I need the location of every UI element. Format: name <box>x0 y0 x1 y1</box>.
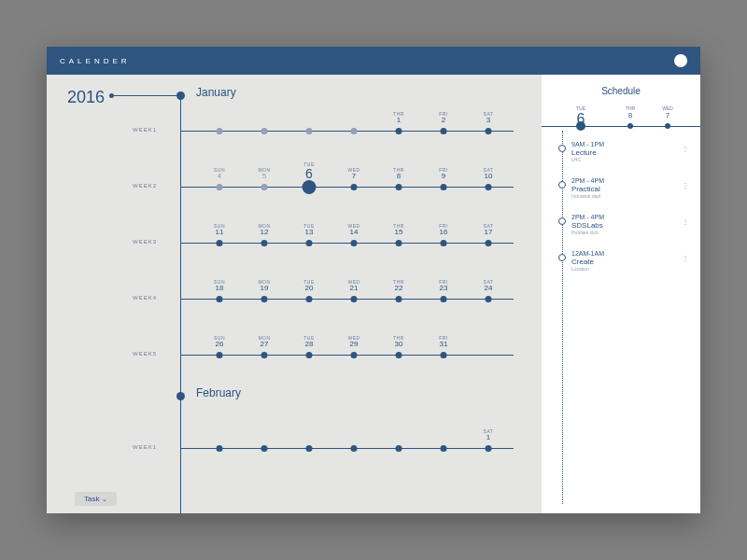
day-dot[interactable] <box>351 296 358 302</box>
day-dot[interactable] <box>486 240 492 246</box>
day-dot[interactable] <box>217 296 223 302</box>
day-cell[interactable]: TUE13 <box>303 223 315 237</box>
day-cell[interactable]: WED14 <box>347 223 359 237</box>
day-dot[interactable] <box>261 352 268 358</box>
avatar[interactable] <box>674 54 687 67</box>
day-cell[interactable]: THR8 <box>393 167 404 181</box>
day-dot[interactable] <box>441 128 447 134</box>
day-dot[interactable] <box>217 445 223 452</box>
day-dot[interactable] <box>217 184 223 190</box>
day-dot[interactable] <box>396 445 402 452</box>
week-line <box>180 243 514 244</box>
day-dot[interactable] <box>441 445 447 452</box>
day-dot[interactable] <box>261 128 268 134</box>
month-label[interactable]: February <box>196 386 241 399</box>
year-connector <box>112 95 180 96</box>
schedule-time: 2PM - 4PM <box>571 177 691 184</box>
day-cell[interactable]: SUN26 <box>214 335 225 349</box>
day-cell[interactable]: WED21 <box>347 279 359 293</box>
day-cell[interactable]: MON12 <box>258 223 270 237</box>
day-dot[interactable] <box>351 184 358 190</box>
day-dot[interactable] <box>303 180 317 194</box>
day-dot[interactable] <box>306 445 313 452</box>
day-cell[interactable]: THR30 <box>393 335 404 349</box>
day-cell[interactable]: THR22 <box>393 279 404 293</box>
day-cell[interactable]: SAT17 <box>484 223 494 237</box>
day-cell[interactable]: MON27 <box>258 335 270 349</box>
day-cell[interactable]: SAT3 <box>484 111 494 125</box>
schedule-location: Location <box>571 266 691 272</box>
day-dot[interactable] <box>306 240 313 246</box>
day-cell[interactable]: MON5 <box>258 167 270 181</box>
day-dot[interactable] <box>441 184 447 190</box>
day-dot[interactable] <box>441 352 447 358</box>
day-dot[interactable] <box>396 184 402 190</box>
day-dot[interactable] <box>351 445 358 452</box>
day-dot[interactable] <box>306 128 313 134</box>
day-dot[interactable] <box>261 184 268 190</box>
day-dot[interactable] <box>396 352 402 358</box>
day-dot[interactable] <box>486 128 492 134</box>
week-line <box>180 299 514 300</box>
schedule-event-title: Practical <box>571 185 691 193</box>
day-dot[interactable] <box>396 240 402 246</box>
day-cell[interactable]: SAT24 <box>484 279 494 293</box>
day-dot[interactable] <box>217 240 223 246</box>
schedule-item[interactable]: 2PM - 4PMPracticalIndustrial dept⋮ <box>542 170 700 206</box>
more-icon[interactable]: ⋮ <box>682 181 689 189</box>
day-cell[interactable]: SAT10 <box>484 167 494 181</box>
day-dot[interactable] <box>486 445 492 452</box>
schedule-day[interactable]: THR8 <box>626 105 635 119</box>
day-cell[interactable]: TUE28 <box>303 335 315 349</box>
schedule-panel: Schedule TUE6THR8WED7 9AM - 1PMLectureLH… <box>542 75 700 513</box>
day-dot[interactable] <box>261 240 268 246</box>
day-cell[interactable]: FRI16 <box>439 223 448 237</box>
day-cell[interactable]: SUN11 <box>214 223 225 237</box>
more-icon[interactable]: ⋮ <box>682 145 689 153</box>
day-dot[interactable] <box>351 240 358 246</box>
day-dot[interactable] <box>486 184 492 190</box>
task-button[interactable]: Task⌄ <box>75 492 117 506</box>
day-cell[interactable]: WED7 <box>347 167 359 181</box>
year-dot-icon <box>109 93 114 98</box>
day-cell[interactable]: FRI2 <box>439 111 448 125</box>
day-dot[interactable] <box>441 240 447 246</box>
day-cell[interactable]: SUN18 <box>214 279 225 293</box>
schedule-list: 9AM - 1PMLectureLHC⋮2PM - 4PMPracticalIn… <box>542 133 700 279</box>
day-dot[interactable] <box>351 352 358 358</box>
day-dot[interactable] <box>306 296 313 302</box>
schedule-day[interactable]: WED7 <box>662 105 673 119</box>
day-cell[interactable]: SUN4 <box>214 167 225 181</box>
day-dot[interactable] <box>306 352 313 358</box>
schedule-item[interactable]: 9AM - 1PMLectureLHC⋮ <box>542 133 700 170</box>
day-cell[interactable]: TUE20 <box>303 279 315 293</box>
day-dot[interactable] <box>396 296 402 302</box>
schedule-day-dot <box>665 123 670 129</box>
day-dot[interactable] <box>486 296 492 302</box>
day-dot[interactable] <box>261 445 268 452</box>
day-cell[interactable]: SAT1 <box>484 428 494 442</box>
day-cell[interactable]: FRI23 <box>439 279 448 293</box>
year-label: 2016 <box>67 88 105 107</box>
month-label[interactable]: January <box>196 86 236 99</box>
day-dot[interactable] <box>441 296 447 302</box>
day-cell[interactable]: FRI31 <box>439 335 448 349</box>
day-dot[interactable] <box>351 128 358 134</box>
day-cell[interactable]: THR1 <box>393 111 404 125</box>
week-label: WEEK3 <box>133 239 157 245</box>
day-dot[interactable] <box>217 128 223 134</box>
schedule-item[interactable]: 12AM-1AMCreateLocation⋮ <box>542 243 700 279</box>
day-cell[interactable]: THR15 <box>393 223 404 237</box>
day-cell[interactable]: TUE6 <box>303 161 315 181</box>
day-dot[interactable] <box>217 352 223 358</box>
more-icon[interactable]: ⋮ <box>682 254 689 262</box>
calendar-main: 2016 Task⌄ JanuaryWEEK1THR1FRI2SAT3WEEK2… <box>47 75 542 513</box>
day-dot[interactable] <box>396 128 402 134</box>
day-dot[interactable] <box>261 296 268 302</box>
day-cell[interactable]: WED29 <box>347 335 359 349</box>
more-icon[interactable]: ⋮ <box>682 217 689 226</box>
day-cell[interactable]: FRI9 <box>439 167 448 181</box>
timeline-spine <box>180 93 181 513</box>
schedule-item[interactable]: 2PM - 4PMSDSLabsHobbies club⋮ <box>542 206 700 243</box>
day-cell[interactable]: MON19 <box>258 279 270 293</box>
